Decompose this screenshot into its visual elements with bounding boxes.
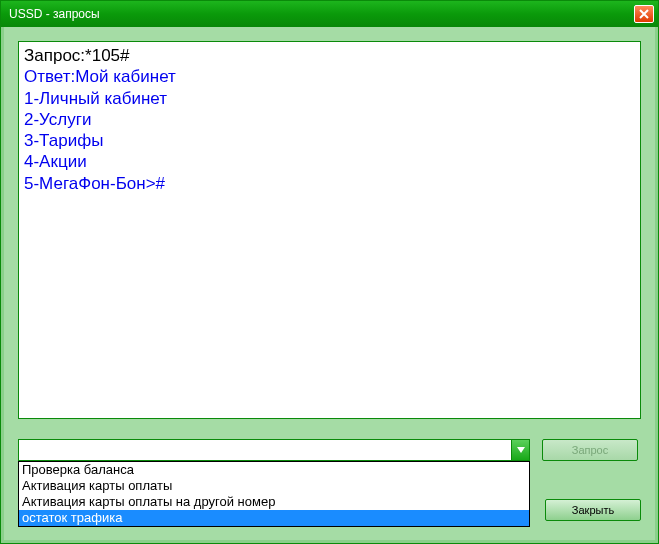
chevron-down-icon[interactable]: [511, 440, 529, 460]
response-output: Запрос:*105# Ответ:Мой кабинет 1-Личный …: [18, 41, 641, 419]
command-row: Проверка баланса Активация карты оплаты …: [18, 439, 641, 461]
command-combo-wrap: Проверка баланса Активация карты оплаты …: [18, 439, 530, 461]
command-dropdown[interactable]: Проверка баланса Активация карты оплаты …: [18, 461, 530, 527]
window-title: USSD - запросы: [9, 7, 634, 21]
ussd-window: USSD - запросы Запрос:*105# Ответ:Мой ка…: [0, 0, 659, 544]
dropdown-option[interactable]: Активация карты оплаты на другой номер: [19, 494, 529, 510]
controls-area: Проверка баланса Активация карты оплаты …: [18, 439, 641, 461]
response-line: 1-Личный кабинет: [24, 88, 635, 109]
close-icon[interactable]: [634, 5, 654, 23]
close-button[interactable]: Закрыть: [545, 499, 641, 521]
dropdown-option[interactable]: Активация карты оплаты: [19, 478, 529, 494]
command-input[interactable]: [19, 440, 511, 460]
dropdown-option[interactable]: Проверка баланса: [19, 462, 529, 478]
client-area: Запрос:*105# Ответ:Мой кабинет 1-Личный …: [4, 27, 655, 540]
response-line: 4-Акции: [24, 151, 635, 172]
titlebar[interactable]: USSD - запросы: [1, 1, 658, 27]
response-line: Ответ:Мой кабинет: [24, 66, 635, 87]
request-line: Запрос:*105#: [24, 45, 635, 66]
dropdown-option[interactable]: остаток трафика: [19, 510, 529, 526]
response-line: 2-Услуги: [24, 109, 635, 130]
command-combo[interactable]: [18, 439, 530, 461]
response-line: 3-Тарифы: [24, 130, 635, 151]
response-line: 5-МегаФон-Бон>#: [24, 173, 635, 194]
request-button[interactable]: Запрос: [542, 439, 638, 461]
